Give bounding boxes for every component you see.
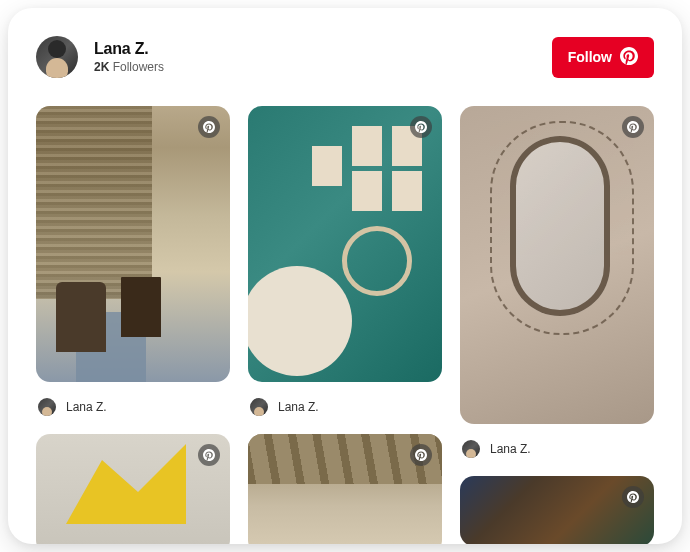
pin-card[interactable] <box>36 434 230 544</box>
pin-card[interactable] <box>36 106 230 382</box>
pin-card[interactable] <box>248 434 442 544</box>
pin-grid: Lana Z. Lana Z. <box>36 106 654 544</box>
author-avatar[interactable] <box>250 398 268 416</box>
avatar[interactable] <box>36 36 78 78</box>
pin-card[interactable] <box>248 106 442 382</box>
profile-block[interactable]: Lana Z. 2K Followers <box>36 36 164 78</box>
pin-attribution[interactable]: Lana Z. <box>460 438 654 462</box>
grid-column: Lana Z. <box>248 106 442 544</box>
pin-card[interactable] <box>460 476 654 544</box>
followers: 2K Followers <box>94 60 164 74</box>
pin-attribution[interactable]: Lana Z. <box>248 396 442 420</box>
followers-label: Followers <box>113 60 164 74</box>
follow-button[interactable]: Follow <box>552 37 654 78</box>
pin-attribution[interactable]: Lana Z. <box>36 396 230 420</box>
pinterest-badge-icon[interactable] <box>622 116 644 138</box>
pin-card[interactable] <box>460 106 654 424</box>
pin-image[interactable] <box>460 476 654 544</box>
pinterest-badge-icon[interactable] <box>622 486 644 508</box>
header: Lana Z. 2K Followers Follow <box>36 36 654 78</box>
pinterest-badge-icon[interactable] <box>198 116 220 138</box>
pinterest-badge-icon[interactable] <box>410 116 432 138</box>
grid-column: Lana Z. <box>460 106 654 544</box>
pinterest-badge-icon[interactable] <box>198 444 220 466</box>
author-avatar[interactable] <box>462 440 480 458</box>
author-name[interactable]: Lana Z. <box>66 400 107 414</box>
author-name[interactable]: Lana Z. <box>278 400 319 414</box>
author-name[interactable]: Lana Z. <box>490 442 531 456</box>
profile-card: Lana Z. 2K Followers Follow <box>8 8 682 544</box>
pin-image[interactable] <box>460 106 654 424</box>
username[interactable]: Lana Z. <box>94 40 164 58</box>
pinterest-badge-icon[interactable] <box>410 444 432 466</box>
profile-text: Lana Z. 2K Followers <box>94 40 164 74</box>
grid-column: Lana Z. <box>36 106 230 544</box>
pin-image[interactable] <box>248 106 442 382</box>
followers-count: 2K <box>94 60 109 74</box>
follow-button-label: Follow <box>568 49 612 65</box>
pinterest-icon <box>620 47 638 68</box>
pin-image[interactable] <box>36 106 230 382</box>
author-avatar[interactable] <box>38 398 56 416</box>
